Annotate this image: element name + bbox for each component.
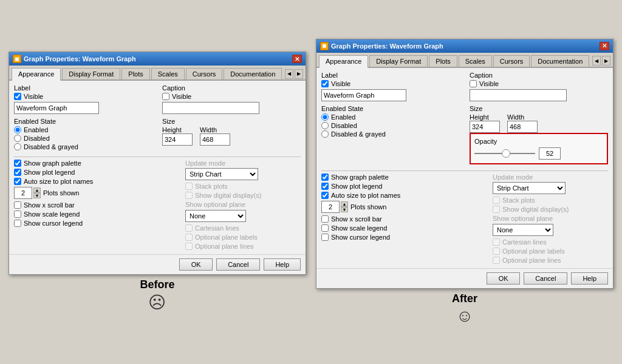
before-caption-input[interactable] (162, 102, 259, 114)
after-radio-disabled-grayed[interactable] (321, 130, 329, 138)
after-show-digital[interactable] (493, 206, 500, 213)
after-show-scroll[interactable] (321, 215, 329, 223)
after-tab-scales[interactable]: Scales (459, 55, 492, 67)
after-auto-size[interactable] (321, 192, 329, 199)
after-caption-input[interactable] (470, 89, 567, 101)
after-radio-enabled[interactable] (321, 113, 329, 121)
after-radio-disabled-label: Disabled (331, 122, 357, 129)
after-optional-lines[interactable] (493, 257, 500, 264)
before-show-scroll[interactable] (14, 201, 21, 209)
after-update-mode-dropdown[interactable]: Strip Chart (493, 182, 566, 194)
before-label-visible-checkbox[interactable] (14, 93, 21, 100)
before-update-mode-dropdown[interactable]: Strip Chart (185, 168, 258, 180)
before-show-plot-legend[interactable] (14, 169, 21, 176)
before-tab-prev[interactable]: ◀ (285, 69, 293, 79)
after-caption-heading: Caption (470, 72, 608, 79)
after-plots-down[interactable]: ▼ (341, 207, 348, 212)
before-tab-cursors[interactable]: Cursors (186, 68, 223, 79)
before-caption-heading: Caption (162, 84, 301, 92)
after-cartesian-lines[interactable] (493, 238, 500, 246)
after-radio-disabled[interactable] (321, 122, 329, 129)
before-plots-down[interactable]: ▼ (33, 193, 41, 198)
after-caption-visible-text: Visible (479, 80, 499, 87)
after-label-visible-checkbox[interactable] (321, 80, 329, 87)
after-show-graph-palette[interactable] (321, 174, 329, 181)
before-plots-up[interactable]: ▲ (33, 187, 41, 193)
before-radio-disabled-grayed[interactable] (14, 143, 21, 150)
after-tab-documentation[interactable]: Documentation (531, 55, 589, 67)
before-tab-scales[interactable]: Scales (151, 68, 185, 79)
before-close-button[interactable]: ✕ (292, 55, 302, 63)
before-update-mode-label: Update mode (185, 160, 301, 167)
after-plots-shown-input[interactable] (321, 201, 340, 213)
before-title-icon: ▣ (13, 55, 21, 63)
before-show-scale[interactable] (14, 211, 21, 218)
after-height-label: Height (470, 113, 489, 121)
before-size-heading: Size (162, 118, 301, 125)
after-plots-up[interactable]: ▲ (341, 201, 348, 207)
before-label-input[interactable] (14, 102, 99, 114)
before-width-input[interactable] (200, 133, 230, 146)
after-cancel-button[interactable]: Cancel (524, 272, 567, 285)
before-optional-lines[interactable] (185, 243, 193, 250)
after-width-label: Width (507, 113, 524, 121)
after-plots-shown-label: Plots shown (350, 203, 386, 211)
after-close-button[interactable]: ✕ (600, 42, 609, 50)
before-tab-bar: Appearance Display Format Plots Scales C… (9, 66, 306, 81)
before-help-button[interactable]: Help (264, 258, 301, 271)
before-tab-next[interactable]: ▶ (295, 69, 303, 79)
after-width-input[interactable] (507, 121, 538, 133)
before-wrapper: ▣ Graph Properties: Waveform Graph ✕ App… (9, 52, 306, 312)
before-radio-disabled[interactable] (14, 135, 21, 142)
after-optional-labels[interactable] (493, 248, 500, 255)
after-label-input[interactable] (321, 89, 406, 101)
before-enabled-heading: Enabled State (14, 118, 152, 125)
after-label-visible-text: Visible (331, 80, 350, 87)
after-tab-appearance[interactable]: Appearance (319, 55, 368, 68)
after-smiley: ☺ (456, 306, 474, 326)
after-tab-next[interactable]: ▶ (602, 56, 610, 66)
after-tab-prev[interactable]: ◀ (592, 56, 601, 66)
after-tab-bar: Appearance Display Format Plots Scales C… (316, 53, 613, 68)
before-cancel-button[interactable]: Cancel (216, 258, 260, 271)
before-height-input[interactable] (162, 133, 193, 146)
before-radio-disabled-label: Disabled (24, 135, 50, 142)
before-tab-appearance[interactable]: Appearance (12, 68, 61, 81)
after-help-button[interactable]: Help (571, 272, 608, 285)
after-caption-visible-checkbox[interactable] (470, 80, 477, 87)
after-label-text: After (452, 292, 477, 305)
before-auto-size[interactable] (14, 178, 21, 185)
before-show-digital[interactable] (185, 192, 193, 199)
before-optional-plane-dropdown[interactable]: None (185, 210, 246, 222)
before-optional-labels[interactable] (185, 234, 193, 241)
after-radio-disabled-grayed-label: Disabled & grayed (331, 130, 386, 138)
before-ok-button[interactable]: OK (179, 258, 213, 271)
after-stack-plots[interactable] (493, 197, 500, 204)
after-show-scale[interactable] (321, 224, 329, 232)
before-tab-display-format[interactable]: Display Format (62, 68, 120, 79)
after-optional-plane-dropdown[interactable]: None (493, 224, 553, 236)
after-label-heading: Label (321, 72, 460, 79)
after-label-area: After ☺ (452, 292, 477, 326)
before-caption-visible-checkbox[interactable] (162, 93, 169, 100)
after-tab-cursors[interactable]: Cursors (493, 55, 530, 67)
after-title-icon: ▣ (320, 42, 329, 50)
after-show-cursor[interactable] (321, 234, 329, 241)
after-ok-button[interactable]: OK (487, 272, 520, 285)
before-cartesian-lines[interactable] (185, 224, 193, 232)
after-opacity-value[interactable] (539, 147, 561, 160)
before-plots-shown-input[interactable] (14, 187, 32, 199)
before-show-cursor[interactable] (14, 220, 21, 227)
after-height-input[interactable] (470, 121, 500, 133)
before-tab-documentation[interactable]: Documentation (224, 68, 282, 79)
after-opacity-slider[interactable] (474, 149, 535, 158)
before-stack-plots[interactable] (185, 183, 193, 190)
before-plots-shown-label: Plots shown (43, 189, 79, 197)
after-tab-display-format[interactable]: Display Format (369, 55, 428, 67)
before-show-graph-palette[interactable] (14, 160, 21, 167)
after-tab-plots[interactable]: Plots (429, 55, 457, 67)
before-tab-plots[interactable]: Plots (121, 68, 149, 79)
before-radio-enabled[interactable] (14, 126, 21, 133)
before-caption-visible-text: Visible (172, 93, 191, 100)
after-show-plot-legend[interactable] (321, 183, 329, 190)
